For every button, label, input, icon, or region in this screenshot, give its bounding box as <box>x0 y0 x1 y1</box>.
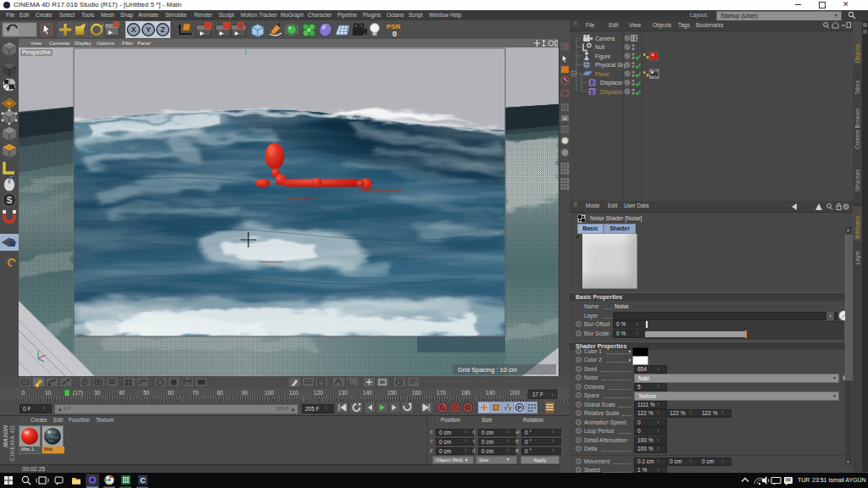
svg-text:160: 160 <box>412 390 421 396</box>
svg-text:X: X <box>131 25 136 34</box>
svg-text:0: 0 <box>22 390 25 396</box>
svg-text:170: 170 <box>437 390 446 396</box>
svg-text:Camera: Camera <box>595 36 615 42</box>
svg-text:50: 50 <box>143 390 150 396</box>
svg-text:Null: Null <box>595 44 605 50</box>
svg-text:120: 120 <box>314 390 323 396</box>
svg-text:Grid Spacing : 10 cm: Grid Spacing : 10 cm <box>458 366 517 374</box>
svg-text:H: H <box>563 116 566 121</box>
svg-text:Z: Z <box>160 25 165 34</box>
svg-text:C: C <box>140 476 146 485</box>
svg-text:30: 30 <box>94 390 101 396</box>
svg-text:180: 180 <box>461 390 470 396</box>
svg-text:TUR: TUR <box>798 477 810 483</box>
svg-text:23:51 Ismail AYGÜN: 23:51 Ismail AYGÜN <box>812 477 866 483</box>
svg-text:10: 10 <box>45 390 52 396</box>
svg-text:80: 80 <box>217 390 224 396</box>
svg-text:?: ? <box>466 405 470 411</box>
svg-text:17 F: 17 F <box>532 391 543 397</box>
svg-text:140: 140 <box>363 390 372 396</box>
svg-text:D: D <box>590 89 594 95</box>
svg-text:40: 40 <box>119 390 125 396</box>
svg-text:Displacer: Displacer <box>600 80 624 86</box>
svg-text:70: 70 <box>192 390 199 396</box>
svg-text:Plane: Plane <box>595 71 609 77</box>
svg-text:110: 110 <box>289 390 298 396</box>
svg-text:150: 150 <box>387 390 397 396</box>
svg-text:90: 90 <box>242 390 248 396</box>
svg-text:190: 190 <box>486 390 495 396</box>
svg-text:0: 0 <box>392 30 397 38</box>
svg-text:↕: ↕ <box>551 392 554 397</box>
svg-text:D: D <box>590 80 594 86</box>
svg-text:Figure: Figure <box>595 53 611 60</box>
svg-text:S: S <box>7 196 13 205</box>
svg-text:200: 200 <box>510 390 520 396</box>
svg-text:Displacer: Displacer <box>600 89 624 96</box>
svg-text:P: P <box>517 404 521 412</box>
svg-text:Physical Sky: Physical Sky <box>595 62 627 69</box>
svg-text:?: ? <box>563 43 567 51</box>
svg-text:60: 60 <box>168 390 175 396</box>
svg-text:130: 130 <box>338 390 348 396</box>
svg-text:100: 100 <box>264 390 274 396</box>
svg-text:Y: Y <box>146 25 151 34</box>
